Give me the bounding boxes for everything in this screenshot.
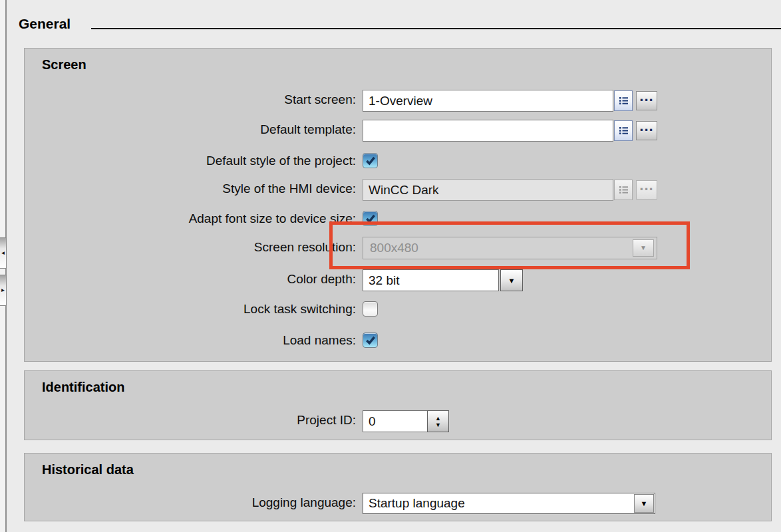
ellipsis-icon: ...	[639, 88, 653, 105]
dropdown-arrow-button[interactable]: ▼	[633, 239, 654, 257]
adapt-font-checkbox[interactable]	[363, 211, 378, 226]
lock-task-checkbox[interactable]	[363, 301, 378, 317]
load-names-checkbox[interactable]	[363, 332, 378, 348]
object-list-button[interactable]	[614, 120, 633, 141]
hmi-style-label: Style of the HMI device:	[27, 182, 356, 196]
default-template-label: Default template:	[27, 122, 356, 137]
dropdown-arrow-button[interactable]: ▼	[500, 269, 523, 291]
hmi-style-field: WinCC Dark ...	[363, 179, 657, 201]
project-id-label: Project ID:	[27, 413, 356, 428]
default-style-checkbox[interactable]	[363, 153, 378, 168]
checkmark-icon	[365, 334, 377, 346]
default-template-field: ...	[363, 120, 657, 142]
default-style-label: Default style of the project:	[27, 153, 356, 168]
title-rule	[91, 28, 781, 29]
hmi-style-input[interactable]: WinCC Dark	[363, 179, 613, 201]
project-id-input[interactable]: 0	[363, 410, 428, 432]
ellipsis-icon: ...	[639, 177, 653, 194]
adapt-font-label: Adapt font size to device size:	[27, 211, 356, 226]
screen-resolution-label: Screen resolution:	[27, 240, 356, 255]
browse-button[interactable]: ...	[636, 180, 657, 200]
chevron-down-icon: ▼	[641, 499, 648, 507]
color-depth-value[interactable]: 32 bit	[363, 269, 499, 291]
start-screen-input[interactable]: 1-Overview	[363, 90, 613, 112]
project-id-field: 0 ▲ ▼	[363, 410, 449, 432]
browse-button[interactable]: ...	[636, 91, 657, 110]
load-names-label: Load names:	[27, 332, 356, 348]
list-icon	[618, 125, 629, 136]
list-icon	[618, 95, 629, 106]
section-identification-title: Identification	[42, 380, 124, 395]
chevron-down-icon: ▼	[508, 277, 516, 285]
list-icon	[618, 184, 629, 196]
page-title: General	[19, 16, 71, 32]
lock-task-label: Lock task switching:	[27, 301, 356, 317]
spinner-buttons[interactable]: ▲ ▼	[427, 410, 449, 432]
object-list-button[interactable]	[614, 90, 633, 111]
color-depth-dropdown[interactable]: 32 bit ▼	[363, 269, 523, 291]
checkmark-icon	[365, 155, 377, 167]
spinner-up-icon[interactable]: ▲	[435, 415, 441, 422]
start-screen-label: Start screen:	[27, 92, 356, 107]
ellipsis-icon: ...	[639, 118, 653, 135]
section-screen-title: Screen	[42, 57, 86, 72]
collapse-left-button[interactable]: ◄	[0, 237, 7, 269]
default-template-input[interactable]	[363, 120, 613, 142]
start-screen-field: 1-Overview ...	[363, 90, 657, 112]
expand-right-button[interactable]: ►	[0, 275, 7, 306]
spinner-down-icon[interactable]: ▼	[435, 422, 441, 428]
screen-resolution-dropdown[interactable]: 800x480 ▼	[363, 237, 657, 259]
color-depth-label: Color depth:	[27, 272, 356, 287]
arrow-left-icon: ◄	[1, 250, 6, 256]
object-list-button[interactable]	[614, 180, 633, 200]
browse-button[interactable]: ...	[636, 121, 657, 140]
screen-resolution-value: 800x480	[370, 241, 418, 255]
dropdown-arrow-button[interactable]: ▼	[634, 494, 654, 513]
chevron-down-icon: ▼	[640, 237, 647, 259]
section-historical-data-title: Historical data	[42, 462, 134, 477]
logging-language-dropdown[interactable]: Startup language ▼	[363, 493, 655, 514]
logging-language-value[interactable]: Startup language	[363, 493, 633, 513]
checkmark-icon	[365, 213, 377, 225]
arrow-right-icon: ►	[1, 287, 6, 293]
logging-language-label: Logging language:	[27, 495, 356, 510]
